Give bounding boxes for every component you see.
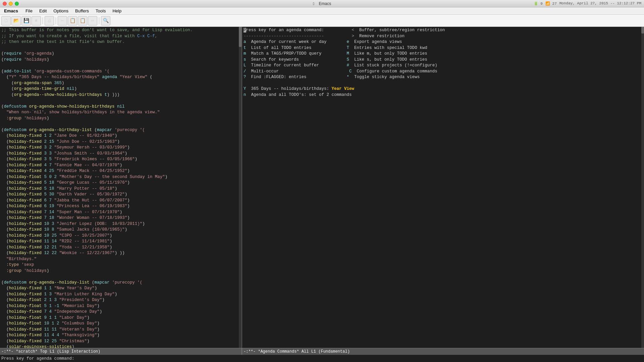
minibuffer[interactable]: Press key for agenda command: xyxy=(0,355,644,362)
toolbar-sep-3 xyxy=(99,17,99,24)
apple-icon:  xyxy=(313,1,314,6)
wifi-icon: 📶 27 xyxy=(545,1,557,6)
scratch-content: ;; This buffer is for notes you don't wa… xyxy=(0,27,241,348)
toolbar-sep-2 xyxy=(56,17,56,24)
minimize-button[interactable] xyxy=(9,2,13,6)
right-status-text: -:**- *Agenda Commands* All L1 (Fundamen… xyxy=(244,349,350,354)
open-file-button[interactable]: 📂 xyxy=(11,16,21,25)
menu-bar: Emacs File Edit Options Buffers Tools He… xyxy=(0,7,644,15)
menu-file[interactable]: File xyxy=(22,7,36,14)
print-button[interactable]: 🖨 xyxy=(45,16,54,25)
status-bars: -:**- *scratch* Top L1 (Lisp Interaction… xyxy=(0,348,644,355)
datetime: Monday, April 27, 2015 -- 12:12:27 PM xyxy=(559,1,641,6)
scratch-buffer[interactable]: ;; This buffer is for notes you don't wa… xyxy=(0,27,242,348)
menu-app-name[interactable]: Emacs xyxy=(0,8,22,13)
minibuffer-text: Press key for agenda command: xyxy=(1,356,74,361)
search-button[interactable]: 🔍 xyxy=(101,16,110,25)
menu-options[interactable]: Options xyxy=(50,7,72,14)
app-title: Emacs xyxy=(319,1,331,6)
menu-edit[interactable]: Edit xyxy=(36,7,50,14)
maximize-button[interactable] xyxy=(15,2,19,6)
menu-help[interactable]: Help xyxy=(109,7,125,14)
menu-tools[interactable]: Tools xyxy=(92,7,109,14)
left-status-text: -:**- *scratch* Top L1 (Lisp Interaction… xyxy=(1,349,100,354)
battery-icon: 🔋 9 xyxy=(534,1,543,6)
agenda-commands-content: Press key for an agenda command: < Buffe… xyxy=(242,27,644,99)
agenda-commands-buffer[interactable]: Press key for an agenda command: < Buffe… xyxy=(242,27,644,348)
cut-button[interactable]: ✂ xyxy=(58,16,67,25)
undo-button[interactable]: ↩ xyxy=(88,16,97,25)
new-file-button[interactable]: 🗋 xyxy=(1,16,11,25)
left-status-bar: -:**- *scratch* Top L1 (Lisp Interaction… xyxy=(0,348,242,355)
toolbar-sep-1 xyxy=(43,17,43,24)
title-bar:  Emacs 🔋 9 📶 27 Monday, April 27, 2015 … xyxy=(0,0,644,7)
left-scrollbar[interactable] xyxy=(239,27,241,348)
title-right-icons: 🔋 9 📶 27 Monday, April 27, 2015 -- 12:12… xyxy=(534,1,641,6)
right-scrollbar[interactable] xyxy=(641,27,644,348)
close-button[interactable] xyxy=(3,2,7,6)
window-controls xyxy=(3,2,19,6)
window-title:  Emacs xyxy=(313,1,331,6)
right-status-bar: -:**- *Agenda Commands* All L1 (Fundamen… xyxy=(242,348,644,355)
toolbar: 🗋 📂 💾 ✖ 🖨 ✂ 📋 📋 ↩ 🔍 xyxy=(0,15,644,27)
save-button[interactable]: 💾 xyxy=(21,16,31,25)
main-area: ;; This buffer is for notes you don't wa… xyxy=(0,27,644,348)
copy-button[interactable]: 📋 xyxy=(68,16,77,25)
paste-button[interactable]: 📋 xyxy=(78,16,87,25)
menu-buffers[interactable]: Buffers xyxy=(72,7,92,14)
close-buffer-button[interactable]: ✖ xyxy=(32,16,41,25)
